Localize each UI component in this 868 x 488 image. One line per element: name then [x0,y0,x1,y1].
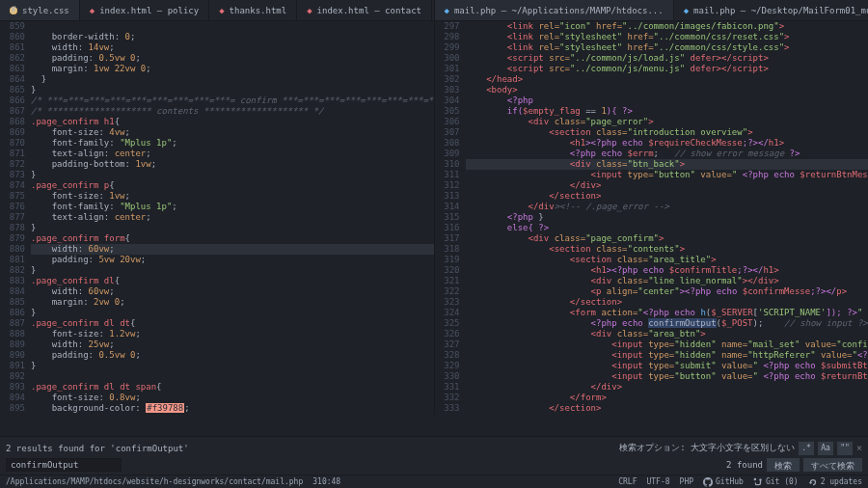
git-branch-icon [753,477,763,487]
file-path[interactable]: /Applications/MAMP/htdocs/website/h-desi… [6,477,303,486]
tab[interactable]: ◆thanks.html [209,0,297,20]
find-button[interactable]: 検索 [767,458,800,472]
tab[interactable]: ◆mail.php — ~/Applications/MAMP/htdocs..… [435,0,674,20]
tab-label: index.html — policy [99,6,199,15]
find-input[interactable] [6,458,122,472]
found-count: 2 found [726,460,763,470]
find-all-button[interactable]: すべて検索 [803,458,862,472]
tab-label: thanks.html [230,6,287,15]
tab-label: style.css [22,6,69,15]
github-link[interactable]: GitHub [703,477,744,487]
code-left[interactable]: border-width: 0; width: 14vw; padding: 0… [31,21,434,415]
search-options-label: 検索オプション: 大文字小文字を区別しない [619,442,795,454]
gutter-left: 8598608618628638648658668678688698708718… [0,21,31,415]
cursor-position[interactable]: 310:48 [312,477,340,486]
encoding[interactable]: UTF-8 [646,477,669,486]
status-bar: /Applications/MAMP/htdocs/website/h-desi… [0,474,868,488]
sync-icon [808,477,818,487]
tab-bar-left: #style.css◆index.html — policy◆thanks.ht… [0,0,434,21]
close-icon[interactable]: × [856,443,862,453]
search-results-count: 2 results found for 'confirmOutput' [6,444,189,453]
tab-label: mail.php — ~/Desktop/MailForm01_mul... [693,6,868,15]
tab[interactable]: ◆index.html — contact [297,0,432,20]
tab-label: mail.php — ~/Applications/MAMP/htdocs... [454,6,664,15]
whole-word-toggle-icon[interactable]: "" [837,442,853,455]
editor-pane-right: ◆mail.php — ~/Applications/MAMP/htdocs..… [435,0,869,415]
github-icon [703,477,713,487]
gutter-right: 2972982993003013023033043053063073083093… [435,21,466,415]
tab-label: index.html — contact [317,6,421,15]
code-right[interactable]: <link rel="icon" href="../common/images/… [466,21,869,415]
case-toggle-icon[interactable]: Aa [818,442,833,455]
find-replace-panel: 2 results found for 'confirmOutput' 検索オプ… [0,436,868,474]
tab[interactable]: ◆index.html — policy [80,0,209,20]
tab[interactable]: #style.css [0,0,80,20]
updates[interactable]: 2 updates [808,477,862,487]
language-mode[interactable]: PHP [680,477,693,486]
tab[interactable]: ◆mail.php — ~/Desktop/MailForm01_mul... [674,0,868,20]
tab-bar-right: ◆mail.php — ~/Applications/MAMP/htdocs..… [435,0,869,21]
line-ending[interactable]: CRLF [618,477,637,486]
regex-toggle-icon[interactable]: .* [799,442,814,455]
git-branch[interactable]: Git (0) [753,477,799,487]
editor-pane-left: #style.css◆index.html — policy◆thanks.ht… [0,0,435,415]
editor-left[interactable]: 8598608618628638648658668678688698708718… [0,21,434,415]
editor-right[interactable]: 2972982993003013023033043053063073083093… [435,21,869,415]
